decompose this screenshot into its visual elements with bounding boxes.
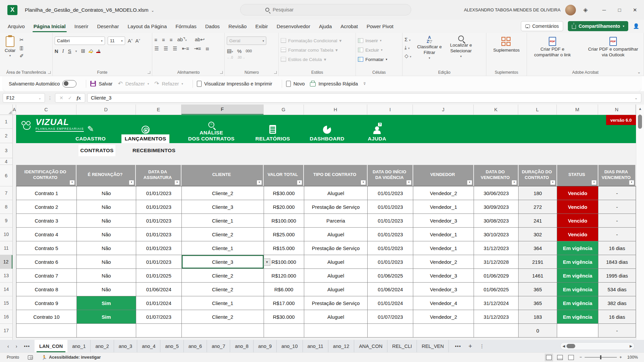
column-header-f[interactable]: F — [181, 105, 264, 115]
cell-cliente[interactable]: Cliente_1 — [182, 241, 264, 255]
cell-assinatura[interactable]: 01/01/2023 — [136, 228, 182, 241]
column-header-a[interactable]: A — [13, 105, 16, 115]
filter-dropdown-icon[interactable]: ▾ — [361, 180, 366, 185]
sheet-next-icon[interactable]: › — [16, 344, 17, 349]
cell-assinatura[interactable]: 01/01/2025 — [136, 269, 182, 283]
cell-vendedor[interactable]: Vendedor_3 — [413, 283, 474, 296]
banner-nav-cadastro[interactable]: ✎CADASTRO — [62, 124, 119, 143]
row-header-6[interactable]: 6 — [0, 165, 12, 186]
ribbon-tab-revisao[interactable]: Revisão — [224, 20, 251, 33]
horizontal-scrollbar[interactable]: ◀ ▶ — [560, 342, 635, 350]
cancel-entry-icon[interactable]: ✕ — [59, 95, 63, 101]
filter-dropdown-icon[interactable]: ▾ — [406, 180, 412, 185]
column-header-l[interactable]: L — [518, 105, 557, 115]
cell-valor[interactable]: R$15.000 — [264, 241, 304, 255]
cell-renovacao[interactable]: Não — [77, 214, 136, 228]
cell-vencimento[interactable] — [474, 324, 519, 338]
ribbon-tab-acrobat[interactable]: Acrobat — [336, 20, 362, 33]
cut-icon[interactable]: ✂ — [19, 37, 24, 43]
undo-button[interactable]: ↶Desfazer▾ — [118, 80, 149, 87]
row-header-11[interactable]: 11 — [0, 241, 12, 255]
cell-vendedor[interactable]: Vendedor_3 — [413, 269, 474, 283]
cell-status[interactable]: Em vigência — [557, 283, 598, 296]
column-filter-header-cliente[interactable]: CLIENTE▾ — [181, 165, 263, 186]
cell-tipo[interactable]: Aluguel — [304, 186, 368, 200]
ribbon-tab-dados[interactable]: Dados — [201, 20, 224, 33]
cell-assinatura[interactable]: 01/01/2024 — [136, 296, 182, 310]
cell-duracao[interactable]: 364 — [519, 241, 557, 255]
column-header-g[interactable]: G — [264, 105, 304, 115]
cell-cliente[interactable]: Cliente_2 — [182, 310, 264, 324]
banner-nav-ajuda[interactable]: AJUDA — [347, 124, 407, 143]
cell-renovacao[interactable]: Não — [77, 269, 136, 283]
column-filter-header-dias-para-vencimento[interactable]: DIAS PARA VENCIMENTO▾ — [598, 165, 635, 186]
row-header-14[interactable]: 14 — [0, 283, 12, 296]
wrap-text-icon[interactable]: ab↩ — [195, 37, 205, 43]
cell-assinatura[interactable]: 01/06/2024 — [136, 283, 182, 296]
accounting-format-icon[interactable]: ▤▾ — [227, 48, 233, 54]
page-layout-view-icon[interactable] — [557, 355, 563, 360]
ribbon-tab-exibir[interactable]: Exibir — [251, 20, 272, 33]
fill-color-icon[interactable]: ◇ — [89, 48, 93, 54]
cell-inicio[interactable]: 01/01/2023 — [368, 255, 413, 269]
cell-valor[interactable]: R$6.000 — [264, 283, 304, 296]
cell-dias[interactable]: - — [598, 200, 636, 214]
cell-duracao[interactable]: 183 — [519, 310, 557, 324]
cell-vencimento[interactable]: 30/10/2023 — [474, 228, 519, 241]
cell-assinatura[interactable]: 01/07/2023 — [136, 310, 182, 324]
cell-cliente[interactable]: Cliente_1 — [182, 296, 264, 310]
accessibility-status[interactable]: 🏃 Acessibilidade: investigar — [42, 355, 101, 360]
italic-button[interactable]: I — [62, 48, 64, 54]
column-header-j[interactable]: J — [413, 105, 474, 115]
font-size-select[interactable]: 11▾ — [108, 37, 125, 45]
cell-cliente[interactable]: Cliente_3 — [182, 200, 264, 214]
sheet-tab-ano-10[interactable]: ano_10 — [277, 340, 303, 352]
cell-status[interactable] — [557, 324, 598, 338]
dialog-launcher-icon[interactable] — [48, 71, 51, 74]
filter-dropdown-icon[interactable]: ▾ — [629, 180, 634, 185]
cell-dias[interactable]: - — [598, 186, 636, 200]
cell-vendedor[interactable]: Vendedor_3 — [413, 214, 474, 228]
autosave-toggle[interactable] — [62, 80, 76, 87]
ribbon-tab-desenvolvedor[interactable]: Desenvolvedor — [272, 20, 315, 33]
comments-button[interactable]: Comentários — [521, 21, 563, 31]
cell-duracao[interactable]: 302 — [519, 228, 557, 241]
scroll-right-icon[interactable]: ▶ — [630, 344, 632, 348]
cell-tipo[interactable]: Aluguel — [304, 310, 368, 324]
cell-status[interactable]: Vencido — [557, 214, 598, 228]
dialog-launcher-icon[interactable] — [220, 71, 223, 74]
ribbon-tab-layout-da-pagina[interactable]: Layout da Página — [123, 20, 171, 33]
cell-vendedor[interactable]: Vendedor_1 — [413, 228, 474, 241]
format-painter-icon[interactable]: ✐ — [19, 53, 24, 59]
column-filter-header-e-renovacao-[interactable]: É RENOVAÇÃO?▾ — [76, 165, 135, 186]
sheet-tab-ano-9[interactable]: ano_9 — [254, 340, 277, 352]
cell-assinatura[interactable]: 01/01/2023 — [136, 241, 182, 255]
align-top-icon[interactable]: ≡ — [154, 37, 157, 43]
filter-dropdown-icon[interactable]: ▾ — [129, 180, 134, 185]
cell-id[interactable]: Contrato 4 — [16, 228, 77, 241]
cell-vencimento[interactable]: 01/06/2029 — [474, 269, 519, 283]
ribbon-tab-arquivo[interactable]: Arquivo — [3, 20, 29, 33]
cell-tipo[interactable]: Aluguel — [304, 228, 368, 241]
sort-filter-button[interactable]: AZ▽ Classificar e Filtrar▾ — [414, 36, 445, 60]
cell-vencimento[interactable]: 31/12/2023 — [474, 310, 519, 324]
cell-status[interactable]: Em vigência — [557, 255, 598, 269]
ribbon-tab-ajuda[interactable]: Ajuda — [315, 20, 336, 33]
cell-id[interactable]: Contrato 5 — [16, 241, 77, 255]
share-button[interactable]: Compartilhamento ▾ — [568, 21, 628, 31]
cell-tipo[interactable] — [304, 324, 368, 338]
addins-button[interactable]: Suplementos — [491, 36, 522, 53]
column-header-m[interactable]: M — [557, 105, 598, 115]
new-button[interactable]: Novo — [286, 81, 305, 87]
close-button[interactable]: ✕ — [627, 0, 643, 20]
column-header-n[interactable]: N — [598, 105, 636, 115]
column-header-i[interactable]: I — [367, 105, 413, 115]
cell-duracao[interactable]: 365 — [519, 296, 557, 310]
coming-soon-icon[interactable]: ◈ — [583, 6, 588, 13]
cell-cliente[interactable] — [182, 324, 264, 338]
underline-button[interactable]: S — [68, 48, 71, 54]
filter-dropdown-icon[interactable]: ▾ — [591, 180, 597, 185]
redo-button[interactable]: ↷Refazer▾ — [154, 80, 183, 87]
cell-valor[interactable]: R$20.000 — [264, 200, 304, 214]
merge-center-icon[interactable]: ⧈ — [206, 46, 209, 52]
